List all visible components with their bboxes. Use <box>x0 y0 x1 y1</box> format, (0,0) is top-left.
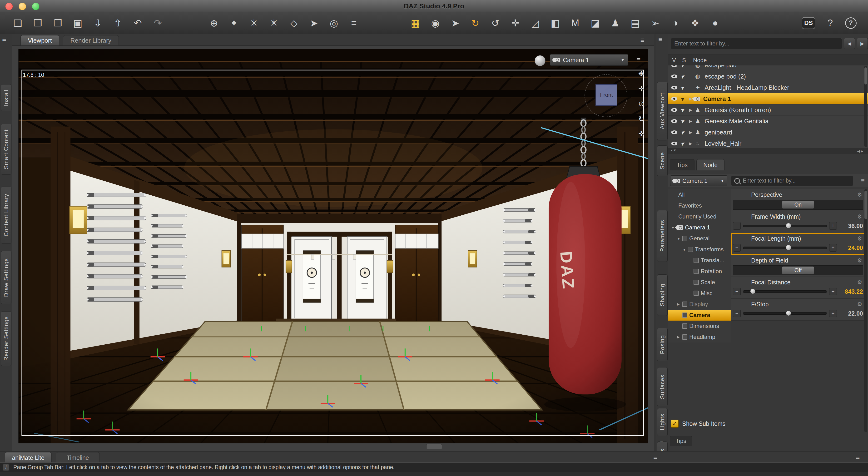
visibility-eye-icon[interactable] <box>671 108 677 112</box>
perspective-toggle-button[interactable]: On <box>782 201 814 209</box>
param-nav-camera[interactable]: Camera <box>668 310 731 321</box>
expand-arrow-icon[interactable]: ▶ <box>687 130 693 135</box>
scene-row-genibeard[interactable]: ➤▶♟genibeard <box>668 127 868 138</box>
right-tab-shaping[interactable]: Shaping <box>657 275 668 316</box>
gear-icon[interactable]: ⚙ <box>857 235 862 242</box>
measure-metrics-button[interactable]: M <box>568 16 582 30</box>
parameters-scrollbar[interactable] <box>864 189 867 432</box>
param-nav-favorites[interactable]: Favorites <box>668 200 731 211</box>
scene-row-camera-1[interactable]: ➤▶Camera 1 <box>668 93 868 104</box>
camera-tool-button[interactable]: ▤ <box>628 16 642 30</box>
param-nav-scale[interactable]: Scale <box>668 277 731 288</box>
param-nav-camera-1[interactable]: ▼Camera 1 <box>668 222 731 233</box>
orbit-view-icon[interactable]: ↻ <box>638 115 644 123</box>
left-tab-draw-settings[interactable]: Draw Settings <box>1 251 11 304</box>
scene-row-genesis-korath-lorren[interactable]: ➤▶♟Genesis (Korath Lorren) <box>668 104 868 116</box>
new-document-button[interactable]: ❑ <box>11 16 25 30</box>
selection-cursor-icon[interactable]: ➤ <box>680 84 686 91</box>
left-tab-smart-content[interactable]: Smart Content <box>1 124 11 175</box>
param-nav-currently-used[interactable]: Currently Used <box>668 211 731 222</box>
frame-width-mm-slider[interactable] <box>743 225 827 227</box>
scene-row-loveme-hair[interactable]: ➤▶≈LoveMe_Hair <box>668 138 868 148</box>
content-gather-button[interactable]: ❖ <box>688 16 702 30</box>
gear-icon[interactable]: ⚙ <box>857 301 862 308</box>
slider-thumb[interactable] <box>786 223 791 228</box>
expand-arrow-icon[interactable]: ▶ <box>687 119 693 124</box>
visibility-eye-icon[interactable] <box>671 65 677 67</box>
param-nav-general[interactable]: ▼General <box>668 233 731 244</box>
filter-next-button[interactable]: ▶ <box>857 38 868 49</box>
selection-cursor-icon[interactable]: ➤ <box>680 117 686 125</box>
scene-scrollbar[interactable] <box>864 66 867 147</box>
focal-distance-increment-button[interactable]: + <box>829 288 837 295</box>
scroll-up-down-icons[interactable]: ▲▼ <box>670 149 676 152</box>
new-primitive-button[interactable]: ◇ <box>287 16 301 30</box>
viewport-3d-scene[interactable]: DAZ <box>19 49 648 443</box>
viewport-options-icon[interactable]: ≡ <box>637 56 641 64</box>
render-button[interactable]: ● <box>708 16 722 30</box>
slider-thumb[interactable] <box>786 311 791 316</box>
param-nav-dimensions[interactable]: Dimensions <box>668 321 731 331</box>
whats-this-button[interactable]: ? <box>823 16 837 30</box>
visibility-eye-icon[interactable] <box>671 97 677 101</box>
gear-icon[interactable]: ⚙ <box>857 257 862 264</box>
depth-of-field-toggle-button[interactable]: Off <box>782 266 814 275</box>
frame-width-mm-increment-button[interactable]: + <box>829 222 837 230</box>
param-nav-transforms[interactable]: ▼Transforms <box>668 244 731 255</box>
daz-studio-badge[interactable]: DS <box>802 17 815 29</box>
viewport-layout-button[interactable]: ▦ <box>408 16 422 30</box>
gear-icon[interactable]: ⚙ <box>857 214 862 220</box>
selection-cursor-icon[interactable]: ➤ <box>680 140 686 147</box>
param-nav-rotation[interactable]: Rotation <box>668 266 731 277</box>
frame-width-mm-decrement-button[interactable]: − <box>733 222 741 230</box>
tab-animate-lite[interactable]: aniMate Lite <box>5 452 52 463</box>
tab-tips[interactable]: Tips <box>670 159 694 170</box>
param-nav-misc[interactable]: Misc <box>668 288 731 299</box>
tab-timeline[interactable]: Timeline <box>56 452 100 463</box>
visibility-eye-icon[interactable] <box>671 74 677 78</box>
undo-button[interactable]: ↶ <box>131 16 145 30</box>
draw-style-sphere-icon[interactable] <box>534 55 546 66</box>
tab-node[interactable]: Node <box>696 159 724 170</box>
view-navigation-cube[interactable]: Front <box>595 84 617 106</box>
gear-icon[interactable]: ⚙ <box>857 279 862 286</box>
focal-length-mm-increment-button[interactable]: + <box>829 244 837 252</box>
node-edit-tool-button[interactable]: ◪ <box>588 16 602 30</box>
scene-row-arealight-headlamp-blocker[interactable]: ➤✦AreaLight - HeadLamp Blocker <box>668 82 868 93</box>
left-tab-content-library[interactable]: Content Library <box>1 187 11 244</box>
tab-render-library[interactable]: Render Library <box>63 35 119 45</box>
tab-viewport[interactable]: Viewport <box>21 35 59 45</box>
right-tab-surfaces[interactable]: Surfaces <box>657 367 668 406</box>
scene-row-genesis-male-genitalia[interactable]: ➤▶♟Genesis Male Genitalia <box>668 116 868 127</box>
param-nav-all[interactable]: All <box>668 189 731 200</box>
scene-row-escape-pod[interactable]: ➤◍escape pod <box>668 65 868 71</box>
frame-selection-button[interactable]: ◎ <box>327 16 341 30</box>
right-tab-aux-viewport[interactable]: Aux Viewport <box>657 82 668 140</box>
left-tab-install[interactable]: Install <box>1 84 11 112</box>
f-stop-slider[interactable] <box>743 312 827 315</box>
geometry-editor-button[interactable]: ◑ <box>668 16 682 30</box>
focal-length-mm-decrement-button[interactable]: − <box>733 244 741 252</box>
expand-arrow-icon[interactable]: ▶ <box>687 107 693 113</box>
new-camera-button[interactable]: ⊕ <box>207 16 221 30</box>
pane-splitter-handle[interactable] <box>426 444 442 449</box>
universal-tool-button[interactable]: ↺ <box>488 16 502 30</box>
pointer-tool-button[interactable]: ➢ <box>648 16 662 30</box>
pane-menu-icon[interactable]: ≡ <box>653 453 657 461</box>
redo-button[interactable]: ↷ <box>151 16 165 30</box>
right-tab-posing[interactable]: Posing <box>657 328 668 361</box>
aim-at-button[interactable]: ➤ <box>307 16 321 30</box>
pane-options-icon[interactable]: ≡ <box>861 177 865 185</box>
expand-arrow-icon[interactable]: ▶ <box>687 141 693 146</box>
3d-viewport[interactable]: DAZ 17.8 : 10 Camera 1 ▼ ≡ Front <box>18 49 648 443</box>
right-tab-scene[interactable]: Scene <box>657 146 668 177</box>
pane-options-icon[interactable]: ≡ <box>856 453 860 461</box>
export-button[interactable]: ⇧ <box>111 16 125 30</box>
scroll-left-right-icons[interactable]: ◀ ▶ <box>857 149 863 153</box>
zoom-view-icon[interactable]: ⊙ <box>638 99 644 108</box>
scene-filter-input[interactable] <box>671 38 842 49</box>
bank-view-icon[interactable]: ✜ <box>638 129 644 138</box>
tab-tips-bottom[interactable]: Tips <box>670 436 692 446</box>
slider-thumb[interactable] <box>750 289 755 294</box>
focal-distance-slider[interactable] <box>743 290 827 293</box>
